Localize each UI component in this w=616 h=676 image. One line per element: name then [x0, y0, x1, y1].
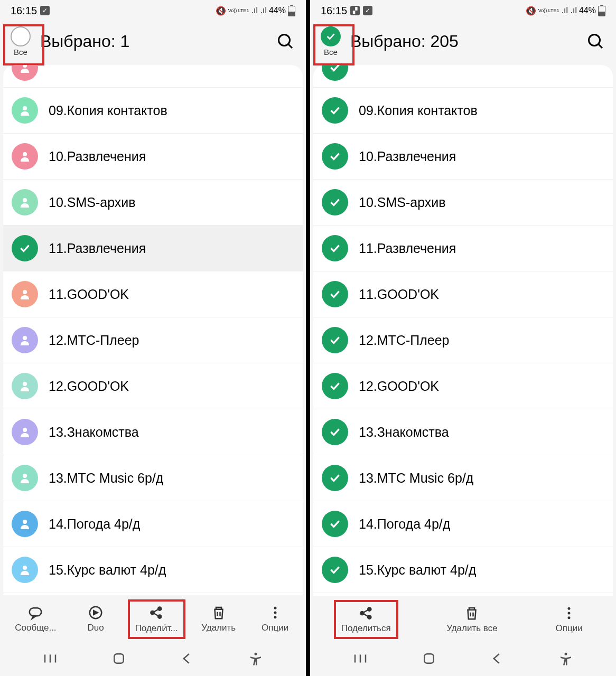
list-item[interactable]: 14.Погода 4р/д	[3, 501, 303, 547]
conversation-name: 13.Знакомства	[49, 425, 139, 440]
status-time: 16:15	[321, 5, 347, 17]
list-item[interactable]: 10.Развлечения	[313, 134, 613, 180]
home-button[interactable]	[421, 651, 437, 666]
list-item[interactable]: 13.Знакомства	[313, 409, 613, 455]
select-all-unchecked-icon	[11, 26, 31, 46]
share-button[interactable]: Поделиться	[336, 602, 396, 637]
nav-bar	[0, 643, 306, 676]
battery-icon	[598, 5, 605, 16]
conversation-name: 11.Развлечения	[49, 241, 146, 256]
conversation-name: 10.SMS-архив	[49, 195, 136, 210]
conversation-name: 12.GOOD'OK	[359, 379, 439, 394]
list-item[interactable]: 15.Курс валют 4р/д	[3, 547, 303, 593]
trash-button[interactable]: Удалить	[196, 602, 241, 637]
conversation-name: 13.MTC Music 6р/д	[359, 471, 473, 486]
svg-point-3	[23, 106, 27, 110]
duo-button[interactable]: Duo	[74, 602, 117, 637]
checked-icon	[322, 419, 348, 445]
contact-avatar-icon	[12, 97, 38, 124]
svg-line-29	[599, 44, 603, 48]
contact-avatar-icon	[12, 373, 38, 399]
contact-avatar-icon	[12, 557, 38, 583]
status-right: 🔇 Vo)) LTE1 .ıl .ıl 44%	[216, 5, 295, 16]
checked-icon	[322, 373, 348, 399]
list-item[interactable]: 14.Погода 4р/д	[313, 501, 613, 547]
svg-rect-13	[30, 608, 42, 616]
checked-icon	[322, 143, 348, 170]
list-item[interactable]: 12.МТС-Плеер	[3, 317, 303, 363]
svg-point-2	[23, 65, 27, 68]
svg-line-1	[288, 44, 293, 48]
list-item[interactable]: 13.MTC Music 6р/д	[3, 455, 303, 501]
conversation-list[interactable]: 09.Копия контактов10.Развлечения10.SMS-а…	[313, 65, 613, 596]
list-item[interactable]: 12.GOOD'OK	[3, 363, 303, 409]
signal-icon: .ıl .ıl	[562, 6, 577, 15]
list-item[interactable]	[313, 65, 613, 88]
svg-point-36	[568, 612, 571, 615]
list-item[interactable]: 13.Знакомства	[3, 409, 303, 455]
svg-point-42	[565, 653, 567, 655]
volte-icon: Vo)) LTE1	[228, 8, 249, 13]
svg-point-8	[23, 382, 27, 386]
phone-left: 16:15 ✓ 🔇 Vo)) LTE1 .ıl .ıl 44% Все Выбр…	[0, 0, 306, 676]
list-item[interactable]: 11.GOOD'OK	[313, 271, 613, 317]
recents-button[interactable]	[352, 651, 368, 666]
list-item[interactable]: 09.Копия контактов	[313, 88, 613, 134]
accessibility-button[interactable]	[558, 651, 574, 666]
select-all-label: Все	[324, 48, 338, 57]
volte-icon: Vo)) LTE1	[538, 8, 559, 13]
trash-button[interactable]: Удалить все	[441, 602, 502, 637]
list-item[interactable]: 11.Развлечения	[313, 226, 613, 271]
selection-title: Выбрано: 1	[40, 32, 276, 51]
accessibility-button[interactable]	[248, 651, 264, 666]
list-item[interactable]: 09.Копия контактов	[3, 88, 303, 134]
list-item[interactable]: 15.Курс валют 4р/д	[313, 547, 613, 593]
checked-icon	[322, 97, 348, 124]
list-item[interactable]: 11.GOOD'OK	[3, 271, 303, 317]
button-label: Поделиться	[341, 623, 391, 634]
notification-icon: ✓	[40, 6, 50, 15]
conversation-name: 15.Курс валют 4р/д	[49, 562, 166, 578]
msg-button[interactable]: Сообще...	[10, 602, 61, 637]
contact-avatar-icon	[12, 511, 38, 537]
conversation-list[interactable]: 09.Копия контактов10.Развлечения10.SMS-а…	[3, 65, 303, 595]
checked-icon	[322, 465, 348, 491]
battery-icon	[288, 5, 295, 16]
conversation-name: 09.Копия контактов	[359, 103, 478, 118]
conversation-name: 13.Знакомства	[359, 425, 449, 440]
select-all-button[interactable]: Все	[11, 26, 31, 57]
conversation-name: 12.МТС-Плеер	[359, 333, 450, 348]
search-button[interactable]	[586, 32, 605, 51]
recents-button[interactable]	[42, 651, 58, 666]
svg-point-21	[274, 612, 276, 614]
svg-point-28	[589, 34, 600, 45]
list-item[interactable]: 13.MTC Music 6р/д	[313, 455, 613, 501]
search-button[interactable]	[276, 32, 295, 51]
bottom-toolbar: Сообще...DuoПодели́т...УдалитьОпции	[0, 595, 306, 643]
conversation-name: 10.Развлечения	[359, 149, 456, 164]
dots-button[interactable]: Опции	[548, 602, 590, 637]
list-item[interactable]: 10.SMS-архив	[3, 180, 303, 226]
svg-rect-26	[114, 654, 124, 663]
home-button[interactable]	[111, 651, 127, 666]
select-all-button[interactable]: Все	[321, 26, 341, 57]
list-item[interactable]: 12.МТС-Плеер	[313, 317, 613, 363]
conversation-name: 11.Развлечения	[359, 241, 456, 256]
list-item[interactable]: 11.Развлечения	[3, 226, 303, 271]
dots-button[interactable]: Опции	[254, 602, 296, 637]
share-button[interactable]: Подели́т...	[130, 602, 183, 637]
battery-pct: 44%	[579, 6, 596, 15]
back-button[interactable]	[179, 651, 195, 666]
checked-icon	[322, 189, 348, 215]
selection-title: Выбрано: 205	[350, 32, 586, 51]
signal-icon: .ıl .ıl	[251, 6, 267, 15]
list-item[interactable]: 12.GOOD'OK	[313, 363, 613, 409]
contact-avatar-icon	[12, 281, 38, 307]
svg-point-10	[23, 474, 27, 478]
list-item[interactable]: 10.Развлечения	[3, 134, 303, 180]
svg-line-19	[154, 613, 158, 616]
back-button[interactable]	[489, 651, 505, 666]
list-item[interactable]: 10.SMS-архив	[313, 180, 613, 226]
list-item[interactable]	[3, 65, 303, 88]
bottom-toolbar: ПоделитьсяУдалить всеОпции	[310, 596, 616, 643]
